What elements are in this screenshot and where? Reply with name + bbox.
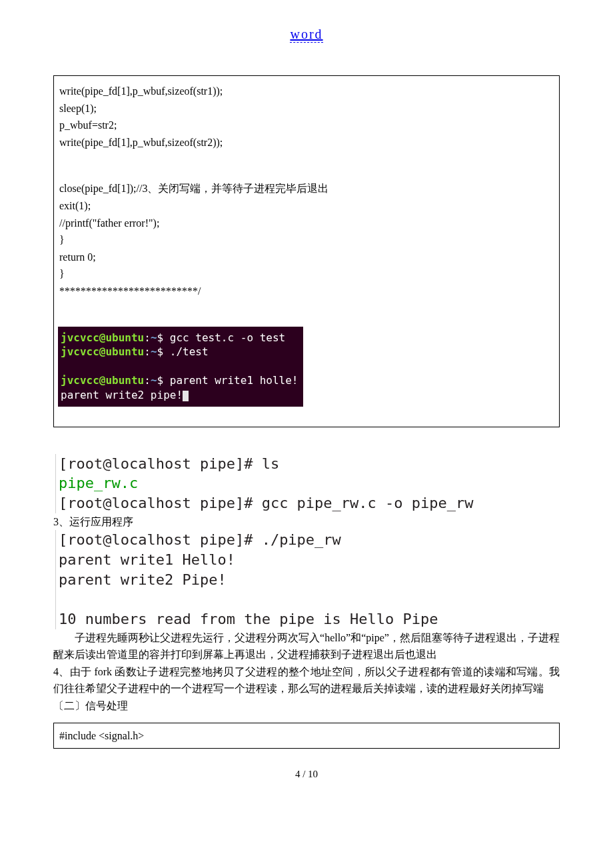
term-dollar: $ xyxy=(157,345,164,358)
term-user: jvcvcc xyxy=(61,345,99,358)
code-block-1: write(pipe_fd[1],p_wbuf,sizeof(str1)); s… xyxy=(53,75,560,427)
term-host: ubuntu xyxy=(105,374,144,387)
term-path: ~ xyxy=(151,374,157,387)
terminal-line xyxy=(61,359,298,374)
code-line: } xyxy=(59,265,554,283)
term-at: @ xyxy=(99,331,106,344)
term-user: jvcvcc xyxy=(61,374,99,387)
shell-line: parent write2 Pipe! xyxy=(59,570,560,590)
shell-output-1: [root@localhost pipe]# ls pipe_rw.c [roo… xyxy=(55,454,560,513)
terminal-screenshot: jvcvcc@ubuntu:~$ gcc test.c -o test jvcv… xyxy=(58,327,303,407)
term-host: ubuntu xyxy=(105,331,144,344)
paragraph-3: 〔二〕信号处理 xyxy=(53,697,560,715)
code-line: write(pipe_fd[1],p_wbuf,sizeof(str2)); xyxy=(59,134,554,151)
term-at: @ xyxy=(99,374,106,387)
term-colon: : xyxy=(144,345,151,358)
blank-line xyxy=(59,151,554,165)
terminal-line: jvcvcc@ubuntu:~$ parent write1 holle! xyxy=(61,373,298,388)
page: word write(pipe_fd[1],p_wbuf,sizeof(str1… xyxy=(0,0,613,807)
section-3-label: 3、运行应用程序 xyxy=(53,513,560,531)
code-line: **************************/ xyxy=(59,283,554,300)
page-footer: 4 / 10 xyxy=(53,769,560,780)
shell-line xyxy=(59,589,560,609)
shell-line: parent write1 Hello! xyxy=(59,550,560,570)
code-line: close(pipe_fd[1]);//3、关闭写端，并等待子进程完毕后退出 xyxy=(59,180,554,197)
shell-output-2: [root@localhost pipe]# ./pipe_rw parent … xyxy=(55,530,560,629)
code-line: return 0; xyxy=(59,249,554,266)
term-user: jvcvcc xyxy=(61,331,99,344)
term-host: ubuntu xyxy=(105,345,144,358)
term-cmd: parent write1 holle! xyxy=(163,374,298,387)
code-line: } xyxy=(59,231,554,249)
code-line: #include <signal.h> xyxy=(59,727,554,745)
term-dollar: $ xyxy=(157,331,164,344)
term-path: ~ xyxy=(151,345,157,358)
code-line: p_wbuf=str2; xyxy=(59,117,554,134)
code-line: sleep(1); xyxy=(59,100,554,117)
term-path: ~ xyxy=(151,331,157,344)
term-cmd: gcc test.c -o test xyxy=(163,331,285,344)
code-line: write(pipe_fd[1],p_wbuf,sizeof(str1)); xyxy=(59,83,554,100)
shell-line: [root@localhost pipe]# gcc pipe_rw.c -o … xyxy=(59,493,560,513)
term-output: parent write2 pipe! xyxy=(61,389,183,401)
blank-line xyxy=(59,300,554,315)
code-block-2: #include <signal.h> xyxy=(53,723,560,749)
terminal-line: jvcvcc@ubuntu:~$ ./test xyxy=(61,345,298,359)
header-link: word xyxy=(53,27,560,42)
term-colon: : xyxy=(144,331,151,344)
terminal-line: jvcvcc@ubuntu:~$ gcc test.c -o test xyxy=(61,331,298,345)
code-line: exit(1); xyxy=(59,197,554,215)
blank-line xyxy=(59,165,554,180)
code-line: //printf("father error!"); xyxy=(59,215,554,232)
shell-line: [root@localhost pipe]# ./pipe_rw xyxy=(59,530,560,550)
term-dollar: $ xyxy=(157,374,164,387)
shell-line: 10 numbers read from the pipe is Hello P… xyxy=(59,609,560,629)
term-at: @ xyxy=(99,345,106,358)
paragraph-1: 子进程先睡两秒让父进程先运行，父进程分两次写入“hello”和“pipe”，然后… xyxy=(53,629,560,663)
terminal-line: parent write2 pipe! xyxy=(61,388,298,403)
word-link[interactable]: word xyxy=(290,27,322,43)
term-colon: : xyxy=(144,374,151,387)
shell-line: [root@localhost pipe]# ls xyxy=(59,454,560,474)
term-cmd: ./test xyxy=(163,345,208,358)
shell-line: pipe_rw.c xyxy=(59,473,560,493)
cursor-icon xyxy=(183,391,189,401)
paragraph-2: 4、由于 fork 函数让子进程完整地拷贝了父进程的整个地址空间，所以父子进程都… xyxy=(53,663,560,697)
